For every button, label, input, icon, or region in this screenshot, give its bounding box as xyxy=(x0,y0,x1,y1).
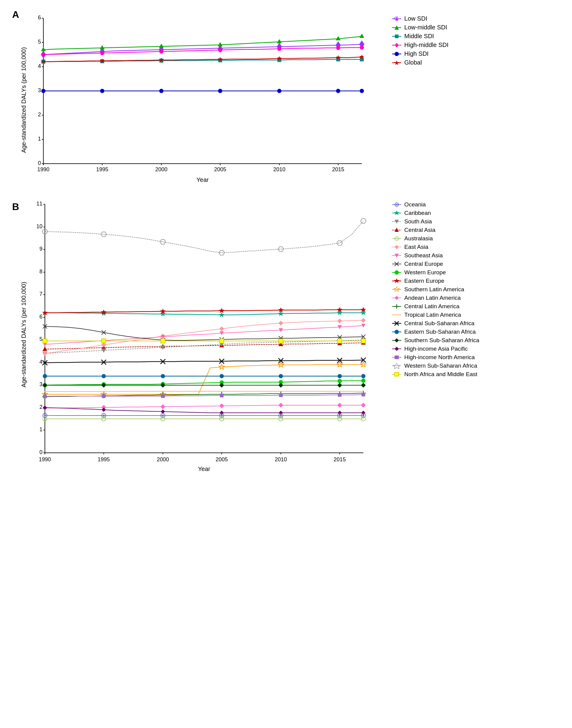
legend-label-middle-sdi: Middle SDI xyxy=(404,33,434,40)
svg-point-63 xyxy=(360,89,364,93)
svg-point-326 xyxy=(395,330,399,334)
svg-text:7: 7 xyxy=(40,291,43,297)
legend-icon-southeast-asia xyxy=(392,252,401,258)
svg-marker-129 xyxy=(337,241,342,245)
legend-icon-middle-sdi xyxy=(392,33,401,39)
legend-label-high-middle-sdi: High-middle SDI xyxy=(404,42,448,49)
svg-rect-288 xyxy=(220,339,224,343)
svg-text:2015: 2015 xyxy=(332,166,344,172)
svg-marker-126 xyxy=(160,239,165,244)
legend-icon-north-africa-middle-east xyxy=(392,371,401,377)
svg-marker-156 xyxy=(278,321,283,326)
legend-item-western-europe: Western Europe xyxy=(392,269,479,276)
svg-point-271 xyxy=(44,415,46,416)
legend-label-low-sdi: Low SDI xyxy=(404,15,427,22)
svg-point-239 xyxy=(220,374,224,378)
legend-item-low-sdi: Low SDI xyxy=(392,15,448,22)
svg-marker-296 xyxy=(394,210,400,215)
svg-point-185 xyxy=(338,379,342,383)
svg-text:Year: Year xyxy=(198,466,211,471)
legend-icon-oceania xyxy=(392,201,401,208)
svg-rect-289 xyxy=(279,339,283,343)
legend-label-central-subsaharan-africa: Central Sub-Saharan Africa xyxy=(404,320,474,327)
legend-label-western-subsaharan-africa: Western Sub-Saharan Africa xyxy=(404,362,477,369)
legend-item-low-middle-sdi: Low-middle SDI xyxy=(392,24,448,31)
svg-marker-204 xyxy=(219,403,224,408)
legend-item-southern-subsaharan-africa: Southern Sub-Saharan Africa xyxy=(392,337,479,344)
svg-marker-56 xyxy=(360,46,364,50)
legend-icon-western-europe xyxy=(392,269,401,275)
legend-label-southeast-asia: Southeast Asia xyxy=(404,252,443,259)
svg-point-240 xyxy=(279,374,283,378)
svg-text:2: 2 xyxy=(38,111,41,117)
legend-label-central-asia: Central Asia xyxy=(404,227,435,233)
svg-text:1990: 1990 xyxy=(39,457,51,463)
svg-text:0: 0 xyxy=(38,160,41,166)
legend-item-oceania: Oceania xyxy=(392,201,479,208)
legend-icon-high-income-north-america xyxy=(392,354,401,360)
svg-rect-290 xyxy=(338,339,342,343)
legend-label-central-europe: Central Europe xyxy=(404,261,443,267)
svg-text:2010: 2010 xyxy=(273,166,285,172)
svg-text:2005: 2005 xyxy=(214,166,226,172)
svg-marker-249 xyxy=(361,383,366,388)
legend-label-high-sdi: High SDI xyxy=(404,50,429,57)
svg-marker-317 xyxy=(395,296,399,300)
panel-b: B Age-standardized DALYs (per 100,000) xyxy=(12,198,560,472)
svg-text:1: 1 xyxy=(40,426,43,432)
svg-marker-304 xyxy=(395,245,399,249)
svg-marker-40 xyxy=(277,39,282,43)
svg-point-57 xyxy=(41,89,46,93)
svg-rect-287 xyxy=(161,339,165,343)
legend-label-high-income-asia-pacific: High-income Asia Pacific xyxy=(404,345,468,352)
legend-icon-south-asia xyxy=(392,219,401,225)
panel-b-chart-area: Age-standardized DALYs (per 100,000) xyxy=(19,198,383,472)
svg-rect-336 xyxy=(395,373,399,376)
legend-icon-high-income-asia-pacific xyxy=(392,346,401,352)
svg-marker-205 xyxy=(278,403,283,408)
panel-b-plot: 0 1 2 3 4 5 6 7 8 9 10 11 xyxy=(37,200,366,471)
legend-label-central-latin-america: Central Latin America xyxy=(404,303,459,310)
legend-item-central-europe: Central Europe xyxy=(392,261,479,267)
legend-item-high-income-north-america: High-income North America xyxy=(392,354,479,361)
legend-item-north-africa-middle-east: North Africa and Middle East xyxy=(392,371,479,378)
svg-point-238 xyxy=(161,374,165,378)
legend-label-eastern-europe: Eastern Europe xyxy=(404,277,444,284)
legend-icon-southern-latin-america xyxy=(392,287,401,293)
legend-icon-eastern-subsaharan-africa xyxy=(392,329,401,335)
panel-b-chart-wrapper: Age-standardized DALYs (per 100,000) xyxy=(19,198,479,472)
legend-item-central-subsaharan-africa: Central Sub-Saharan Africa xyxy=(392,320,479,327)
legend-item-southern-latin-america: Southern Latin America xyxy=(392,286,479,293)
legend-item-tropical-latin-america: Tropical Latin America xyxy=(392,312,479,318)
svg-rect-259 xyxy=(161,394,165,398)
legend-icon-high-sdi xyxy=(392,51,401,57)
legend-item-south-asia: South Asia xyxy=(392,218,479,225)
legend-item-east-asia: East Asia xyxy=(392,244,479,250)
svg-point-60 xyxy=(218,89,222,93)
legend-label-andean-latin-america: Andean Latin America xyxy=(404,295,461,301)
legend-item-caribbean: Caribbean xyxy=(392,210,479,217)
svg-marker-38 xyxy=(159,44,164,48)
panel-a-chart-wrapper: Age-standardized DALYs (per 100,000) 0 1… xyxy=(19,9,448,186)
legend-icon-andean-latin-america xyxy=(392,295,401,301)
panel-b-y-label: Age-standardized DALYs (per 100,000) xyxy=(20,282,27,388)
legend-label-tropical-latin-america: Tropical Latin America xyxy=(404,312,461,318)
legend-icon-low-middle-sdi xyxy=(392,24,401,30)
panel-b-svg: Age-standardized DALYs (per 100,000) xyxy=(19,198,383,471)
legend-item-eastern-subsaharan-africa: Eastern Sub-Saharan Africa xyxy=(392,329,479,335)
svg-marker-330 xyxy=(395,347,399,351)
legend-icon-high-middle-sdi xyxy=(392,42,401,48)
svg-point-276 xyxy=(339,415,341,416)
legend-label-western-europe: Western Europe xyxy=(404,269,446,276)
panel-b-label: B xyxy=(12,201,19,213)
legend-icon-southern-subsaharan-africa xyxy=(392,337,401,343)
svg-rect-260 xyxy=(220,394,223,397)
svg-text:6: 6 xyxy=(38,14,41,21)
svg-text:1995: 1995 xyxy=(98,457,110,463)
svg-rect-263 xyxy=(361,393,365,396)
panel-a: A Age-standardized DALYs (per 100,000) xyxy=(12,9,560,186)
svg-marker-252 xyxy=(161,409,165,414)
svg-rect-49 xyxy=(360,58,364,61)
svg-text:8: 8 xyxy=(40,268,43,274)
svg-rect-262 xyxy=(338,393,342,397)
